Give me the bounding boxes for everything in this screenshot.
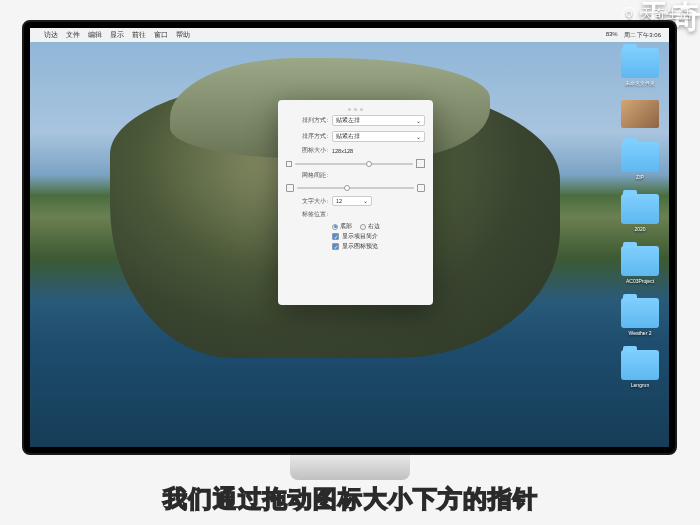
large-icon [416,159,425,168]
checkbox-icon: ✓ [332,243,339,250]
menu-file[interactable]: 文件 [66,30,80,40]
battery-percent[interactable]: 83% [606,31,618,40]
panel-traffic-lights[interactable] [286,108,425,111]
icon-size-value: 128x128 [332,148,353,154]
menu-help[interactable]: 帮助 [176,30,190,40]
desktop-folder[interactable]: 2020 [619,194,661,232]
text-size-label: 文字大小: [286,198,328,205]
check-icon-preview[interactable]: ✓显示图标预览 [332,243,425,250]
desktop-folder[interactable]: AC03Project [619,246,661,284]
folder-icon [621,298,659,328]
image-icon [621,100,659,128]
grid-large-icon [417,184,425,192]
folder-icon [621,142,659,172]
menu-status: 83% 周二 下午3:06 [606,31,661,40]
desktop-icons: 未命名文件夹 ZIP 2020 AC03Project Weather 2 Le… [619,48,661,388]
chevron-icon: ⌄ [416,118,421,124]
view-options-panel: 排列方式: 贴紧左排⌄ 排序方式: 贴紧右排⌄ 图标大小: 128x128 网格… [278,100,433,305]
menu-window[interactable]: 窗口 [154,30,168,40]
slider-thumb[interactable] [344,185,350,191]
icon-size-slider[interactable] [295,163,413,165]
grid-small-icon [286,184,294,192]
menubar[interactable]: 访达 文件 编辑 显示 前往 窗口 帮助 83% 周二 下午3:06 [30,28,669,42]
chevron-icon: ⌄ [416,134,421,140]
check-item-info[interactable]: ✓显示项目简介 [332,233,425,240]
grid-slider[interactable] [297,187,414,189]
folder-icon [621,350,659,380]
folder-icon [621,246,659,276]
menu-items: 访达 文件 编辑 显示 前往 窗口 帮助 [44,30,190,40]
subtitle-caption: 我们通过拖动图标大小下方的指针 [0,483,700,515]
grid-label: 网格间距: [286,172,328,179]
search-icon: Q [622,7,636,21]
slider-thumb[interactable] [366,161,372,167]
text-size-select[interactable]: 12⌄ [332,196,372,206]
desktop-folder[interactable]: Lengrun [619,350,661,388]
desktop[interactable]: 访达 文件 编辑 显示 前往 窗口 帮助 83% 周二 下午3:06 排列方式:… [30,28,669,447]
label-pos-label: 标签位置: [286,211,328,218]
radio-icon [332,224,338,230]
folder-icon [621,194,659,224]
monitor-stand [290,455,410,480]
chevron-icon: ⌄ [363,198,368,204]
arrange-select[interactable]: 贴紧左排⌄ [332,115,425,126]
small-icon [286,161,292,167]
arrange-label: 排列方式: [286,117,328,124]
desktop-folder[interactable]: Weather 2 [619,298,661,336]
radio-right[interactable]: 右边 [360,223,380,230]
menu-go[interactable]: 前往 [132,30,146,40]
monitor-frame: 访达 文件 编辑 显示 前往 窗口 帮助 83% 周二 下午3:06 排列方式:… [22,20,677,455]
radio-bottom[interactable]: 底部 [332,223,352,230]
desktop-folder[interactable]: 未命名文件夹 [619,48,661,86]
folder-icon [621,48,659,78]
sort-select[interactable]: 贴紧右排⌄ [332,131,425,142]
clock[interactable]: 周二 下午3:06 [624,31,661,40]
sort-label: 排序方式: [286,133,328,140]
menu-edit[interactable]: 编辑 [88,30,102,40]
radio-icon [360,224,366,230]
menu-view[interactable]: 显示 [110,30,124,40]
desktop-folder[interactable]: ZIP [619,142,661,180]
menu-finder[interactable]: 访达 [44,30,58,40]
icon-size-label: 图标大小: [286,147,328,154]
desktop-thumb[interactable] [619,100,661,128]
checkbox-icon: ✓ [332,233,339,240]
